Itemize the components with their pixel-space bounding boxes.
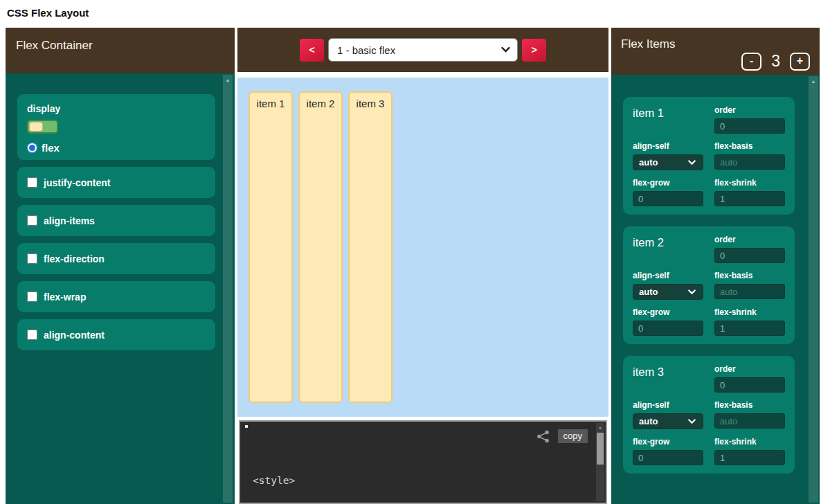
flex-wrap-label: flex-wrap [44, 291, 86, 303]
order-label: order [714, 105, 785, 115]
display-control-card: display flex [17, 94, 215, 160]
add-item-button[interactable]: + [790, 53, 810, 71]
flex-grow-label: flex-grow [633, 437, 703, 447]
flex-grow-input[interactable] [633, 450, 703, 465]
flex-container-panel-title: Flex Container [6, 28, 235, 73]
left-panel-scrollbar[interactable]: ▲ [223, 75, 233, 503]
flex-container-panel-body: display flex justify-content align-items… [6, 73, 235, 504]
flex-grow-input[interactable] [633, 321, 703, 336]
flex-shrink-label: flex-shrink [714, 437, 785, 447]
flex-items-panel: Flex Items - 3 + item 1 order align-self… [611, 28, 820, 504]
flex-grow-input[interactable] [633, 191, 703, 206]
align-self-select[interactable]: auto [633, 154, 703, 170]
flex-shrink-input[interactable] [714, 321, 785, 336]
align-self-select[interactable]: auto [633, 413, 703, 429]
code-scrollbar-thumb[interactable] [597, 433, 604, 465]
order-label: order [714, 235, 785, 244]
flex-basis-label: flex-basis [714, 271, 785, 280]
property-card-align-content: align-content [17, 319, 215, 350]
item-card-3: item 3 order align-self auto flex-basis [623, 356, 795, 474]
order-input[interactable] [714, 118, 785, 134]
right-panel-scrollbar[interactable]: ▲ [809, 76, 818, 503]
flex-basis-label: flex-basis [714, 141, 785, 151]
display-toggle[interactable] [27, 120, 58, 134]
flex-shrink-label: flex-shrink [714, 307, 785, 317]
code-bullet-icon [245, 425, 248, 428]
justify-content-label: justify-content [44, 177, 110, 188]
preview-panel: < 1 - basic flex > item 1 item 2 item 3 [237, 28, 608, 504]
flex-grow-label: flex-grow [633, 178, 703, 188]
item-card-1: item 1 order align-self auto flex-basis [623, 97, 795, 215]
flex-wrap-checkbox[interactable] [27, 291, 37, 302]
code-line: <style> [253, 474, 606, 488]
flex-basis-input[interactable] [714, 154, 785, 170]
example-select[interactable]: 1 - basic flex [328, 38, 518, 62]
flex-shrink-input[interactable] [714, 450, 785, 465]
align-self-label: align-self [633, 141, 703, 151]
display-flex-radio-label: flex [42, 142, 60, 154]
order-label: order [714, 364, 785, 374]
flex-grow-label: flex-grow [633, 307, 703, 317]
scroll-up-icon: ▲ [223, 75, 233, 83]
item-card-2: item 2 order align-self auto flex-basis [623, 226, 795, 344]
item-count: 3 [771, 52, 780, 71]
flex-basis-input[interactable] [714, 413, 785, 429]
code-scrollbar[interactable]: ▲ [596, 423, 604, 501]
property-card-flex-wrap: flex-wrap [17, 281, 215, 312]
scroll-up-icon: ▲ [809, 76, 818, 84]
scroll-up-icon: ▲ [596, 423, 604, 431]
display-flex-radio[interactable] [27, 143, 37, 153]
flex-items-panel-title: Flex Items [621, 37, 675, 51]
align-self-select[interactable]: auto [633, 284, 703, 300]
flex-shrink-input[interactable] [714, 191, 785, 206]
next-example-button[interactable]: > [522, 39, 546, 62]
item-name: item 2 [633, 235, 703, 263]
flex-basis-label: flex-basis [714, 400, 785, 410]
flex-direction-label: flex-direction [44, 253, 105, 264]
remove-item-button[interactable]: - [741, 53, 761, 71]
flex-item-preview-3: item 3 [348, 91, 393, 403]
align-content-checkbox[interactable] [27, 330, 37, 340]
code-viewer: copy <style> .flex-container { display: … [239, 420, 607, 504]
align-self-label: align-self [633, 400, 703, 410]
example-nav-bar: < 1 - basic flex > [237, 28, 608, 72]
order-input[interactable] [714, 248, 785, 263]
property-card-align-items: align-items [17, 205, 215, 236]
justify-content-checkbox[interactable] [27, 177, 37, 188]
copy-button[interactable]: copy [558, 429, 588, 443]
flex-direction-checkbox[interactable] [27, 253, 37, 264]
item-name: item 3 [633, 364, 703, 393]
toggle-knob-icon [29, 122, 43, 132]
flex-item-preview-1: item 1 [249, 91, 293, 403]
flex-item-preview-2: item 2 [298, 91, 343, 403]
order-input[interactable] [714, 377, 785, 393]
flex-container-panel: Flex Container display flex justify-cont… [6, 28, 235, 504]
flex-container-preview: item 1 item 2 item 3 [237, 78, 608, 417]
align-content-label: align-content [44, 330, 105, 341]
align-items-checkbox[interactable] [27, 215, 37, 226]
share-icon[interactable] [536, 430, 550, 443]
property-card-flex-direction: flex-direction [17, 243, 215, 274]
item-name: item 1 [633, 105, 703, 134]
flex-basis-input[interactable] [714, 284, 785, 299]
page-title: CSS Flex Layout [7, 7, 89, 19]
flex-shrink-label: flex-shrink [714, 178, 785, 188]
align-self-label: align-self [633, 271, 703, 280]
display-label: display [27, 103, 206, 114]
prev-example-button[interactable]: < [300, 39, 324, 62]
property-card-justify-content: justify-content [17, 167, 215, 198]
align-items-label: align-items [44, 215, 95, 226]
flex-items-panel-body: item 1 order align-self auto flex-basis [611, 75, 820, 504]
